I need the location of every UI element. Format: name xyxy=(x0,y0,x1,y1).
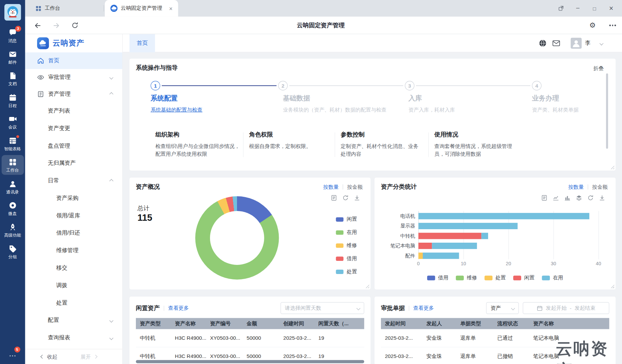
sidebar-item-asset-change[interactable]: 资产变更 xyxy=(25,120,122,137)
sidebar-item-borrow-return[interactable]: 借用/归还 xyxy=(25,224,122,242)
rail-item-workbench[interactable]: 工作台 xyxy=(1,155,24,175)
rail-item-docs[interactable]: 文档 xyxy=(1,69,24,88)
rail-item-contacts[interactable]: 通讯录 xyxy=(1,177,24,196)
bar-segment[interactable] xyxy=(423,252,459,259)
language-globe-icon[interactable] xyxy=(539,39,547,47)
settings-gear-icon[interactable]: ⚙ xyxy=(589,17,596,34)
approval-view-more-link[interactable]: 查看更多 xyxy=(413,305,434,312)
bar-segment[interactable] xyxy=(432,243,477,249)
refresh-button[interactable] xyxy=(71,22,79,29)
bar-segment[interactable] xyxy=(481,233,488,239)
forward-button[interactable] xyxy=(53,22,60,29)
sidebar-item-approval-mgmt[interactable]: 审批管理 xyxy=(25,69,122,86)
bar-track[interactable] xyxy=(418,213,598,219)
tab-asset-app[interactable]: 云呐固定资产管理 × xyxy=(105,0,178,17)
sidebar-item-unassigned[interactable]: 无归属资产 xyxy=(25,155,122,172)
fold-guide-link[interactable]: 折叠 xyxy=(593,65,604,72)
horizontal-scrollbar[interactable] xyxy=(136,360,364,363)
legend-item[interactable]: 维修 xyxy=(456,274,477,281)
sidebar-item-home[interactable]: 首页 xyxy=(25,52,122,69)
expand-sidebar-button[interactable]: 展开 xyxy=(81,353,97,360)
legend-chip xyxy=(484,276,493,280)
bar-segment[interactable] xyxy=(418,243,432,249)
user-name[interactable]: 李 xyxy=(585,40,591,47)
chevron-down-icon[interactable] xyxy=(599,41,603,45)
tab-home[interactable]: 首页 xyxy=(129,34,155,52)
bar-chart-icon[interactable] xyxy=(564,195,571,201)
idle-view-more-link[interactable]: 查看更多 xyxy=(168,305,189,312)
step-desc-link[interactable]: 系统基础的配置与检查 xyxy=(151,106,203,113)
refresh-icon[interactable] xyxy=(342,195,349,201)
download-icon[interactable] xyxy=(599,195,605,201)
refresh-icon[interactable] xyxy=(587,195,594,201)
legend-item[interactable]: 处置 xyxy=(484,274,506,281)
bar-track[interactable] xyxy=(418,252,598,259)
minimize-button[interactable]: − xyxy=(569,0,586,17)
message-envelope-icon[interactable] xyxy=(552,39,560,47)
sidebar-item-config[interactable]: 配置 xyxy=(25,312,122,329)
asset-overview-donut[interactable] xyxy=(195,196,279,279)
user-avatar[interactable] xyxy=(4,4,21,21)
by-count-toggle[interactable]: 按数量 xyxy=(323,183,339,190)
bar-segment[interactable] xyxy=(418,213,590,219)
bar-segment[interactable] xyxy=(418,223,517,229)
rail-item-mail[interactable]: 邮件 xyxy=(1,47,24,66)
toolbar-more-button[interactable] xyxy=(609,17,616,34)
data-view-icon[interactable] xyxy=(331,195,337,201)
bar-track[interactable] xyxy=(418,243,598,249)
scrollbar-thumb[interactable] xyxy=(606,73,608,149)
sidebar-item-repair[interactable]: 维修管理 xyxy=(25,242,122,260)
sidebar-item-disposal[interactable]: 处置 xyxy=(25,294,122,312)
rail-item-meeting[interactable]: 会议 xyxy=(1,112,24,131)
data-view-icon[interactable] xyxy=(541,195,547,201)
tab-workbench[interactable]: 工作台 xyxy=(30,0,105,17)
bar-segment[interactable] xyxy=(418,233,481,239)
maximize-button[interactable]: □ xyxy=(586,0,603,17)
rail-item-calendar[interactable]: 日程 xyxy=(1,90,24,110)
legend-item[interactable]: 维修 xyxy=(336,242,357,249)
legend-item[interactable]: 闲置 xyxy=(336,216,357,223)
stack-layers-icon[interactable] xyxy=(576,195,582,201)
collapse-sidebar-button[interactable]: 收起 xyxy=(41,353,57,360)
doc-type-select[interactable]: 资产 xyxy=(486,302,519,314)
popout-window-button[interactable] xyxy=(553,0,569,17)
back-button[interactable] xyxy=(34,22,41,29)
table-row[interactable]: 中转机 H3C R4900... XY0503-00... 50000 2025… xyxy=(136,329,364,347)
sidebar-item-daily[interactable]: 日常 xyxy=(25,172,122,190)
sidebar-item-asset-list[interactable]: 资产列表 xyxy=(25,102,122,120)
by-amount-toggle[interactable]: 按金额 xyxy=(347,183,362,190)
user-avatar-small[interactable] xyxy=(571,38,582,49)
sidebar-item-asset-mgmt[interactable]: 资产管理 xyxy=(25,86,122,102)
close-button[interactable]: × xyxy=(603,0,620,17)
rail-more-button[interactable]: 5 xyxy=(7,351,19,358)
legend-item[interactable]: 借用 xyxy=(427,274,448,281)
sidebar-item-transfer[interactable]: 移交 xyxy=(25,259,122,277)
legend-item[interactable]: 处置 xyxy=(336,268,357,275)
legend-item[interactable]: 在用 xyxy=(336,229,357,236)
sidebar-item-allocation[interactable]: 调拨 xyxy=(25,277,122,294)
rail-item-groups[interactable]: 分组 xyxy=(1,241,24,261)
rail-item-messages[interactable]: 3 消息 xyxy=(1,25,24,45)
bar-track[interactable] xyxy=(418,233,598,239)
table-row[interactable]: 2025-03-2... 安金珠 退库单 已撤销 笔记本电脑 xyxy=(381,347,609,364)
table-row[interactable]: 2025-03-2... 安金珠 退库单 已通过 笔记本电脑 xyxy=(381,329,609,347)
idle-days-select[interactable]: 请选择闲置天数 xyxy=(280,302,364,314)
line-chart-icon[interactable] xyxy=(553,195,559,201)
download-icon[interactable] xyxy=(354,195,360,201)
by-amount-toggle[interactable]: 按金额 xyxy=(592,183,608,190)
tab-close-icon[interactable]: × xyxy=(169,5,172,11)
legend-item[interactable]: 在用 xyxy=(542,274,563,281)
sidebar-item-issue-return[interactable]: 领用/退库 xyxy=(25,207,122,224)
date-range-picker[interactable]: 发起开始 - 发起结束 xyxy=(523,302,609,314)
legend-item[interactable]: 借用 xyxy=(336,255,357,262)
rail-item-smart-table[interactable]: 智能表格 xyxy=(1,133,24,153)
rail-item-advanced[interactable]: 高级功能 xyxy=(1,220,24,239)
bar-track[interactable] xyxy=(418,223,598,229)
sidebar-item-reports[interactable]: 查询报表 xyxy=(25,329,122,346)
legend-item[interactable]: 闲置 xyxy=(513,274,535,281)
by-count-toggle[interactable]: 按数量 xyxy=(568,183,584,190)
sidebar-item-purchase[interactable]: 资产采购 xyxy=(25,189,122,207)
rail-item-drive[interactable]: 微盘 xyxy=(1,198,24,218)
bar-segment[interactable] xyxy=(418,252,423,259)
sidebar-item-inventory[interactable]: 盘点管理 xyxy=(25,137,122,155)
